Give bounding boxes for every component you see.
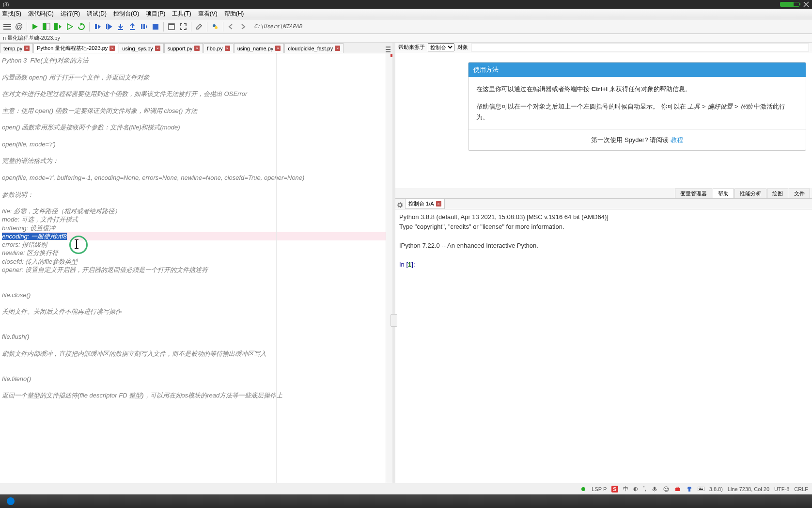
editor-breadcrumb: n 量化编程基础-2023.py [0,34,812,43]
code-line [2,274,390,282]
code-line [2,316,390,324]
menu-run[interactable]: 运行(R) [61,10,80,18]
toolbar-at-icon[interactable]: @ [14,21,24,32]
right-panel-tab[interactable]: 绘图 [767,189,788,198]
ime-indicator[interactable]: S [611,486,618,492]
tab-close-icon[interactable]: × [275,46,281,51]
debug-continue-icon[interactable] [139,21,149,32]
menu-project[interactable]: 项目(P) [146,10,165,18]
tutorial-link[interactable]: 教程 [671,136,683,143]
ime-mode[interactable]: 中 [623,485,628,492]
editor-scrollbar[interactable] [386,53,392,496]
status-toolbox-icon[interactable] [674,486,681,492]
menu-find[interactable]: 查找(S) [2,10,21,18]
tab-close-icon[interactable]: × [109,46,115,51]
lsp-label: LSP P [592,486,607,492]
status-skin-icon[interactable] [686,486,693,492]
help-source-select[interactable]: 控制台 [428,43,454,51]
file-tab[interactable]: fibo.py× [203,43,233,53]
help-card-title: 使用方法 [468,63,806,77]
lsp-status-icon [580,486,587,492]
debug-step-out-icon[interactable] [127,21,138,32]
menu-help[interactable]: 帮助(H) [224,10,244,18]
menu-tools[interactable]: 工具(T) [172,10,191,18]
pythonpath-icon[interactable] [210,21,220,32]
top-indicators [780,1,809,7]
file-tab[interactable]: support.py× [164,43,203,53]
code-line [2,341,390,349]
menu-debug[interactable]: 调试(D) [87,10,107,18]
close-window-icon[interactable] [803,1,809,7]
file-tab-label: Python 量化编程基础-2023.py [37,45,108,52]
svg-rect-13 [169,24,174,25]
tab-close-icon[interactable]: × [155,46,160,51]
file-tab-label: using_sys.py [122,46,153,51]
editor-pane: temp.py×Python 量化编程基础-2023.py×using_sys.… [0,43,392,496]
file-tab[interactable]: Python 量化编程基础-2023.py× [33,43,118,53]
app-top-band: (8) [0,0,812,9]
svg-point-24 [667,488,668,489]
run-file-icon[interactable] [30,21,40,32]
code-line [2,283,390,291]
debug-step-icon[interactable] [104,21,114,32]
file-tab[interactable]: using_sys.py× [119,43,164,53]
start-button[interactable] [2,495,19,507]
right-panel-tab[interactable]: 文件 [789,189,810,198]
menu-view[interactable]: 查看(V) [198,10,218,18]
maximize-pane-icon[interactable] [166,21,177,32]
os-taskbar[interactable] [0,494,812,508]
svg-point-20 [581,487,585,491]
tab-close-icon[interactable]: × [24,46,30,51]
run-cell-advance-icon[interactable] [53,21,63,32]
right-panel-tabs: 变量管理器帮助性能分析绘图文件 [395,188,812,199]
tab-options-icon[interactable] [384,46,392,53]
code-line [2,366,390,374]
code-editor[interactable]: Python 3 File(文件)对象的方法内置函数 open() 用于打开一个… [0,53,392,496]
file-tab-label: fibo.py [207,46,222,51]
help-object-input[interactable] [471,44,809,51]
file-tab[interactable]: using_name.py× [234,43,284,53]
ipython-console[interactable]: Python 3.8.8 (default, Apr 13 2021, 15:0… [395,209,812,487]
code-line: encoding: 一般使用utf8 [2,232,390,240]
editor-tab-bar: temp.py×Python 量化编程基础-2023.py×using_sys.… [0,43,392,53]
help-object-label: 对象 [457,44,468,51]
splitter-handle[interactable] [390,314,397,327]
preferences-icon[interactable] [194,21,204,32]
status-punct-icon[interactable]: ◐ ゜, [633,485,646,492]
file-tab[interactable]: temp.py× [0,43,33,53]
right-panel-tab[interactable]: 帮助 [713,189,734,198]
right-panel-tab[interactable]: 变量管理器 [675,189,712,198]
right-panel-tab[interactable]: 性能分析 [734,189,766,198]
debug-step-in-icon[interactable] [115,21,126,32]
svg-rect-21 [654,487,656,490]
code-line: file.close() [2,291,390,299]
tab-close-icon[interactable]: × [225,46,230,51]
vertical-splitter[interactable] [392,43,395,496]
tab-close-icon[interactable]: × [194,46,200,51]
status-face-icon[interactable] [663,486,670,492]
nav-forward-icon[interactable] [237,21,248,32]
code-line [2,358,390,366]
status-keyboard-icon[interactable] [698,486,704,492]
menu-console[interactable]: 控制台(O) [113,10,139,18]
run-cell-icon[interactable] [41,21,52,32]
file-tab[interactable]: cloudpickle_fast.py× [284,43,344,53]
toolbar-menu-icon[interactable] [2,21,13,32]
console-tab[interactable]: 控制台 1/A × [405,199,445,209]
debug-start-icon[interactable] [92,21,103,32]
code-line [2,148,390,157]
status-voice-icon[interactable] [651,486,658,492]
tab-close-icon[interactable]: × [335,46,340,51]
console-options-icon[interactable] [396,201,404,209]
code-line: 内置函数 open() 用于打开一个文件，并返回文件对象 [2,73,390,81]
rerun-icon[interactable] [76,21,87,32]
menu-source[interactable]: 源代码(C) [28,10,54,18]
console-prompt: In [1]: [399,260,808,270]
console-tab-close-icon[interactable]: × [436,201,441,206]
debug-stop-icon[interactable] [150,21,161,32]
nav-back-icon[interactable] [226,21,236,32]
menu-bar: 查找(S) 源代码(C) 运行(R) 调试(D) 控制台(O) 项目(P) 工具… [0,9,812,19]
fullscreen-icon[interactable] [178,21,188,32]
code-line: file: 必需，文件路径（相对或者绝对路径） [2,207,390,215]
run-selection-icon[interactable] [64,21,75,32]
